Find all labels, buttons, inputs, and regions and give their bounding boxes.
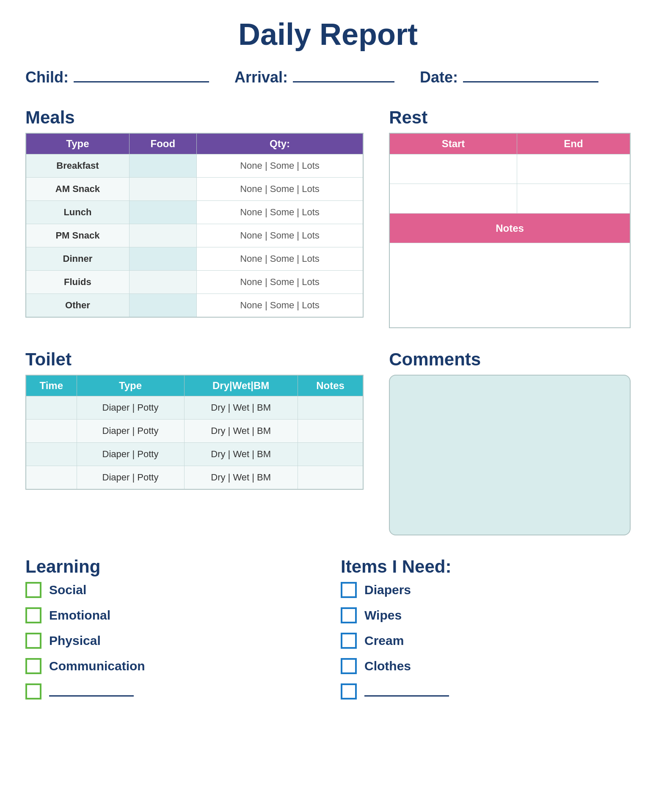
meal-food[interactable]	[129, 271, 196, 294]
meals-row: Other None | Some | Lots	[26, 294, 363, 318]
learning-checkbox[interactable]	[25, 683, 41, 700]
meal-qty: None | Some | Lots	[196, 154, 363, 178]
meal-food[interactable]	[129, 294, 196, 318]
rest-notes-label: Notes	[389, 214, 630, 243]
meals-title: Meals	[25, 107, 364, 128]
toilet-time[interactable]	[26, 419, 77, 442]
rest-start-1[interactable]	[389, 154, 517, 184]
learning-item[interactable]: Social	[25, 582, 315, 598]
toilet-time[interactable]	[26, 396, 77, 419]
meals-row: Breakfast None | Some | Lots	[26, 154, 363, 178]
date-field: Date:	[420, 69, 598, 86]
toilet-time[interactable]	[26, 466, 77, 489]
meal-food[interactable]	[129, 154, 196, 178]
toilet-title: Toilet	[25, 349, 364, 370]
rest-col-end: End	[517, 133, 630, 154]
item-checkbox[interactable]	[341, 683, 357, 700]
meals-col-qty: Qty:	[196, 133, 363, 154]
page-title: Daily Report	[25, 17, 631, 52]
meals-section: Meals Type Food Qty: Breakfast None | So…	[25, 107, 364, 328]
meal-food[interactable]	[129, 201, 196, 224]
rest-start-2[interactable]	[389, 184, 517, 214]
rest-section: Rest Start End Notes	[389, 107, 631, 328]
comments-title: Comments	[389, 349, 631, 370]
meal-type: Dinner	[26, 247, 129, 271]
toilet-row: Diaper | Potty Dry | Wet | BM	[26, 396, 363, 419]
rest-notes-text[interactable]	[389, 243, 630, 328]
learning-label: Communication	[49, 659, 145, 673]
toilet-type: Diaper | Potty	[77, 466, 184, 489]
toilet-notes[interactable]	[298, 396, 363, 419]
arrival-value[interactable]	[293, 72, 394, 82]
toilet-col-header: Dry|Wet|BM	[184, 375, 298, 396]
learning-checkbox[interactable]	[25, 582, 41, 598]
toilet-type: Diaper | Potty	[77, 396, 184, 419]
toilet-type: Diaper | Potty	[77, 419, 184, 442]
toilet-notes[interactable]	[298, 466, 363, 489]
meal-type: Other	[26, 294, 129, 318]
rest-end-2[interactable]	[517, 184, 630, 214]
learning-items-layout: Learning Social Emotional Physical Commu…	[25, 557, 631, 709]
rest-title: Rest	[389, 107, 631, 128]
learning-section: Learning Social Emotional Physical Commu…	[25, 557, 315, 709]
toilet-time[interactable]	[26, 442, 77, 466]
learning-checkbox[interactable]	[25, 633, 41, 649]
child-field: Child:	[25, 69, 209, 86]
toilet-section: Toilet TimeTypeDry|Wet|BMNotes Diaper | …	[25, 349, 364, 535]
learning-item[interactable]: Emotional	[25, 607, 315, 623]
meals-row: PM Snack None | Some | Lots	[26, 224, 363, 247]
toilet-row: Diaper | Potty Dry | Wet | BM	[26, 419, 363, 442]
meal-type: Fluids	[26, 271, 129, 294]
meal-qty: None | Some | Lots	[196, 178, 363, 201]
item-needed[interactable]: Diapers	[341, 582, 631, 598]
meal-qty: None | Some | Lots	[196, 271, 363, 294]
learning-checkbox[interactable]	[25, 658, 41, 674]
learning-checkbox[interactable]	[25, 607, 41, 623]
rest-row-2	[389, 184, 630, 214]
learning-blank[interactable]	[49, 686, 134, 697]
meal-qty: None | Some | Lots	[196, 224, 363, 247]
toilet-notes[interactable]	[298, 419, 363, 442]
arrival-label: Arrival:	[234, 69, 288, 86]
learning-item[interactable]: Communication	[25, 658, 315, 674]
items-needed-section: Items I Need: Diapers Wipes Cream Clothe…	[341, 557, 631, 709]
toilet-table: TimeTypeDry|Wet|BMNotes Diaper | Potty D…	[25, 375, 364, 490]
learning-label: Emotional	[49, 608, 110, 623]
toilet-type: Diaper | Potty	[77, 442, 184, 466]
toilet-status: Dry | Wet | BM	[184, 419, 298, 442]
rest-end-1[interactable]	[517, 154, 630, 184]
item-needed[interactable]	[341, 683, 631, 700]
learning-title: Learning	[25, 557, 315, 577]
toilet-notes[interactable]	[298, 442, 363, 466]
child-value[interactable]	[74, 72, 209, 82]
item-needed[interactable]: Wipes	[341, 607, 631, 623]
meal-food[interactable]	[129, 178, 196, 201]
toilet-row: Diaper | Potty Dry | Wet | BM	[26, 466, 363, 489]
meals-row: Dinner None | Some | Lots	[26, 247, 363, 271]
item-blank[interactable]	[364, 686, 449, 697]
item-checkbox[interactable]	[341, 582, 357, 598]
item-label: Cream	[364, 634, 404, 648]
learning-label: Social	[49, 583, 86, 597]
item-label: Clothes	[364, 659, 411, 673]
child-label: Child:	[25, 69, 69, 86]
item-needed[interactable]: Cream	[341, 633, 631, 649]
learning-item[interactable]: Physical	[25, 633, 315, 649]
toilet-row: Diaper | Potty Dry | Wet | BM	[26, 442, 363, 466]
meal-type: AM Snack	[26, 178, 129, 201]
comments-box[interactable]	[389, 375, 631, 535]
meal-type: Lunch	[26, 201, 129, 224]
item-checkbox[interactable]	[341, 658, 357, 674]
date-value[interactable]	[463, 72, 598, 82]
meal-food[interactable]	[129, 247, 196, 271]
item-checkbox[interactable]	[341, 607, 357, 623]
learning-item[interactable]	[25, 683, 315, 700]
toilet-comments-layout: Toilet TimeTypeDry|Wet|BMNotes Diaper | …	[25, 349, 631, 535]
meal-food[interactable]	[129, 224, 196, 247]
meal-type: Breakfast	[26, 154, 129, 178]
comments-section: Comments	[389, 349, 631, 535]
item-checkbox[interactable]	[341, 633, 357, 649]
item-needed[interactable]: Clothes	[341, 658, 631, 674]
meal-qty: None | Some | Lots	[196, 247, 363, 271]
meals-row: Lunch None | Some | Lots	[26, 201, 363, 224]
